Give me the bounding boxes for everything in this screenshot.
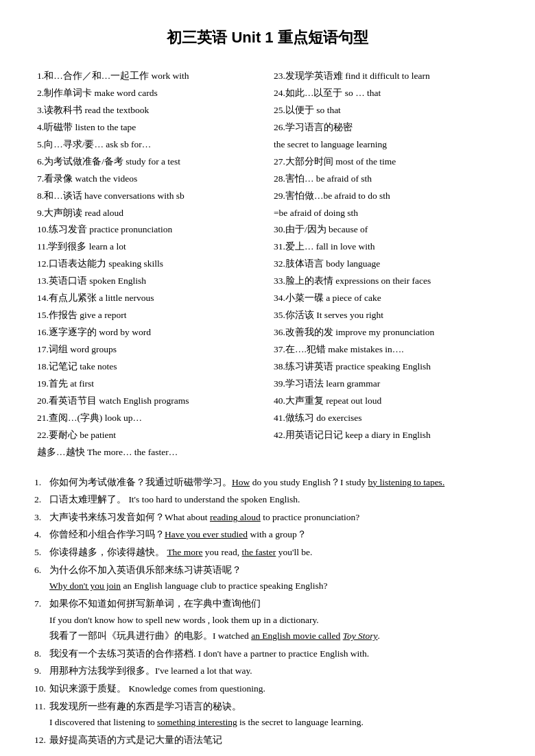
vocab-item-right: 41.做练习 do exercises [271, 411, 501, 426]
sentence-number: 10. [34, 681, 49, 697]
sentence-content: 如果你不知道如何拼写新单词，在字典中查询他们If you don't know … [49, 596, 501, 644]
sentence-item: 10.知识来源于质疑。 Knowledge comes from questio… [34, 681, 501, 697]
page-title: 初三英语 Unit 1 重点短语句型 [34, 27, 501, 48]
vocab-item-left: 6.为考试做准备/备考 study for a test [34, 154, 264, 170]
vocab-item-right: 24.如此…以至于 so … that [271, 86, 501, 101]
sentence-content: 我发现所一些有趣的东西是学习语言的秘诀。I discovered that li… [49, 698, 501, 731]
vocab-item-right: 32.肢体语言 body language [271, 256, 501, 272]
vocab-item-left: 12.口语表达能力 speaking skills [34, 256, 264, 272]
vocab-item-left: 10.练习发音 practice pronunciation [34, 222, 264, 238]
vocab-item-left: 1.和…合作／和…一起工作 work with [34, 69, 264, 84]
vocab-item-left: 4.听磁带 listen to the tape [34, 120, 264, 136]
vocab-section: 1.和…合作／和…一起工作 work with23.发现学英语难 find it… [34, 69, 501, 461]
sentence-number: 11. [34, 698, 49, 731]
vocab-item-right: 38.练习讲英语 practice speaking English [271, 359, 501, 375]
vocab-item-right: 36.改善我的发 improve my pronunciation [271, 325, 501, 341]
sentence-number: 12. [34, 732, 49, 748]
sentence-item: 1.你如何为考试做准备？我通过听磁带学习。How do you study En… [34, 474, 501, 491]
vocab-item-right: 30.由于/因为 because of [271, 222, 501, 238]
sentence-number: 2. [34, 491, 49, 508]
vocab-item-right: 26.学习语言的秘密 [271, 120, 501, 136]
sentence-content: 口语太难理解了。 It's too hard to understand the… [49, 491, 501, 508]
sentence-item: 12.最好提高英语的方式是记大量的语法笔记 [34, 732, 501, 748]
vocab-item-left: 19.首先 at first [34, 376, 264, 392]
vocab-item-left: 14.有点儿紧张 a little nervous [34, 291, 264, 306]
vocab-item-left: 21.查阅…(字典) look up… [34, 411, 264, 426]
vocab-item-left: 15.作报告 give a report [34, 308, 264, 324]
sentence-number: 8. [34, 646, 49, 662]
vocab-item-right: 40.大声重复 repeat out loud [271, 393, 501, 409]
sentence-content: 最好提高英语的方式是记大量的语法笔记 [49, 732, 501, 748]
sentence-content: 知识来源于质疑。 Knowledge comes from questionin… [49, 681, 501, 697]
sentence-number: 7. [34, 596, 49, 644]
vocab-item-right: 42.用英语记日记 keep a diary in English [271, 428, 501, 443]
vocab-item-left: 5.向…寻求/要… ask sb for… [34, 137, 264, 153]
sentence-content: 为什么你不加入英语俱乐部来练习讲英语呢？Why don't you join a… [49, 562, 501, 594]
sentence-content: 你读得越多，你读得越快。 The more you read, the fast… [49, 544, 501, 561]
vocab-item-right: 29.害怕做…be afraid to do sth [271, 188, 501, 204]
vocab-item-right: 31.爱上… fall in love with [271, 239, 501, 255]
vocab-item-left: 9.大声朗读 read aloud [34, 206, 264, 221]
sentence-number: 4. [34, 526, 49, 543]
vocab-item-right [271, 445, 501, 461]
vocab-item-right: 39.学习语法 learn grammar [271, 376, 501, 392]
vocab-grid: 1.和…合作／和…一起工作 work with23.发现学英语难 find it… [34, 69, 501, 461]
vocab-item-right: the secret to language learning [271, 137, 501, 153]
vocab-item-left: 2.制作单词卡 make word cards [34, 86, 264, 101]
vocab-item-right: 23.发现学英语难 find it difficult to learn [271, 69, 501, 84]
vocab-item-left: 7.看录像 watch the videos [34, 171, 264, 187]
vocab-item-left: 13.英语口语 spoken English [34, 273, 264, 289]
vocab-item-left: 8.和…谈话 have conversations with sb [34, 188, 264, 204]
sentence-number: 3. [34, 509, 49, 526]
vocab-item-left: 18.记笔记 take notes [34, 359, 264, 375]
sentence-content: 我没有一个去练习英语的合作搭档. I don't have a partner … [49, 646, 501, 662]
sentences-section: 1.你如何为考试做准备？我通过听磁带学习。How do you study En… [34, 474, 501, 748]
sentence-item: 4.你曾经和小组合作学习吗？Have you ever studied with… [34, 526, 501, 543]
sentence-item: 3.大声读书来练习发音如何？What about reading aloud t… [34, 509, 501, 526]
vocab-item-left: 16.逐字逐字的 word by word [34, 325, 264, 341]
sentence-content: 用那种方法我学到很多。I've learned a lot that way. [49, 663, 501, 679]
vocab-item-right: 28.害怕… be afraid of sth [271, 171, 501, 187]
vocab-item-left: 20.看英语节目 watch English programs [34, 393, 264, 409]
vocab-item-right: 35.你活该 It serves you right [271, 308, 501, 324]
sentence-item: 5.你读得越多，你读得越快。 The more you read, the fa… [34, 544, 501, 561]
sentence-item: 8.我没有一个去练习英语的合作搭档. I don't have a partne… [34, 646, 501, 662]
sentence-content: 大声读书来练习发音如何？What about reading aloud to … [49, 509, 501, 526]
vocab-item-right: 25.以便于 so that [271, 103, 501, 119]
vocab-item-right: 27.大部分时间 most of the time [271, 154, 501, 170]
sentence-item: 11.我发现所一些有趣的东西是学习语言的秘诀。I discovered that… [34, 698, 501, 731]
vocab-item-left: 3.读教科书 read the textbook [34, 103, 264, 119]
vocab-item-left: 11.学到很多 learn a lot [34, 239, 264, 255]
sentence-content: 你曾经和小组合作学习吗？Have you ever studied with a… [49, 526, 501, 543]
sentence-number: 9. [34, 663, 49, 679]
vocab-item-right: =be afraid of doing sth [271, 206, 501, 221]
vocab-item-right: 37.在….犯错 make mistakes in…. [271, 342, 501, 358]
sentence-number: 5. [34, 544, 49, 561]
vocab-item-left: 22.要耐心 be patient [34, 428, 264, 443]
sentence-item: 7.如果你不知道如何拼写新单词，在字典中查询他们If you don't kno… [34, 596, 501, 644]
vocab-item-left: 越多…越快 The more… the faster… [34, 445, 264, 461]
sentence-item: 2.口语太难理解了。 It's too hard to understand t… [34, 491, 501, 508]
sentence-content: 你如何为考试做准备？我通过听磁带学习。How do you study Engl… [49, 474, 501, 491]
vocab-item-left: 17.词组 word groups [34, 342, 264, 358]
sentence-number: 6. [34, 562, 49, 594]
sentence-item: 6.为什么你不加入英语俱乐部来练习讲英语呢？Why don't you join… [34, 562, 501, 594]
sentence-number: 1. [34, 474, 49, 491]
vocab-item-right: 33.脸上的表情 expressions on their faces [271, 273, 501, 289]
sentence-item: 9.用那种方法我学到很多。I've learned a lot that way… [34, 663, 501, 679]
vocab-item-right: 34.小菜一碟 a piece of cake [271, 291, 501, 306]
